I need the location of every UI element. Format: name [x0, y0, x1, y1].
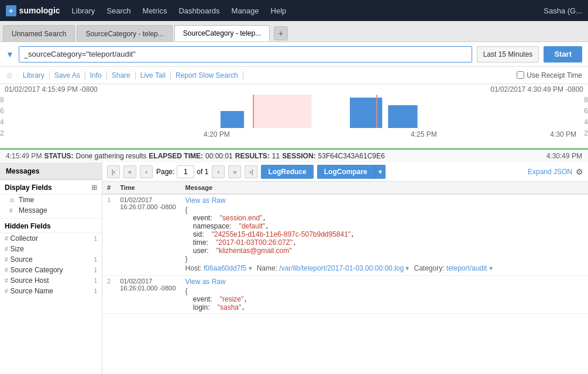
field-message: # Message — [0, 205, 102, 216]
table-row: 2 01/02/201716:26:01.000 -0800 View as R… — [102, 276, 588, 314]
toolbar-live-tail[interactable]: Live Tail — [136, 71, 171, 79]
page-label: Page: — [156, 168, 174, 176]
nav-user: Sasha (G... — [544, 6, 582, 15]
source-category-label: Source Category — [11, 266, 63, 274]
messages-tab[interactable]: Messages — [0, 162, 102, 180]
collector-icon: # — [5, 236, 8, 242]
nav-help[interactable]: Help — [271, 6, 287, 15]
nav-metrics[interactable]: Metrics — [143, 6, 167, 15]
row-2-view-raw[interactable]: View as Raw — [185, 278, 583, 286]
category-link[interactable]: teleport/audit — [446, 264, 487, 272]
chart-x-labels: 4:20 PM 4:25 PM 4:30 PM — [12, 130, 576, 138]
tab-add-button[interactable]: + — [274, 26, 288, 40]
tab-source-category-2[interactable]: SourceCategory - telep... — [174, 25, 270, 41]
col-time: Time — [115, 182, 180, 194]
hidden-field-collector[interactable]: # Collector 1 — [0, 233, 102, 244]
nav-links: Library Search Metrics Dashboards Manage… — [72, 6, 544, 15]
expand-json-link[interactable]: Expand JSON — [528, 168, 572, 176]
page-number-input[interactable] — [177, 165, 194, 178]
nav-next-btn[interactable]: › — [212, 165, 225, 178]
field-time: ⊙ Time — [0, 195, 102, 205]
size-label: Size — [11, 245, 24, 253]
start-button[interactable]: Start — [544, 46, 582, 63]
page-input-wrap: Page: of 1 — [156, 165, 208, 178]
host-label: Host: f06aa60dd7f5 ▾ — [185, 264, 252, 272]
nav-prev-prev-btn[interactable]: « — [123, 165, 136, 178]
toolbar-share[interactable]: Share — [107, 71, 136, 79]
nav-first-btn[interactable]: |‹ — [107, 165, 120, 178]
star-icon[interactable]: ☆ — [6, 71, 13, 80]
chart-area: 01/02/2017 4:15:49 PM -0800 01/02/2017 4… — [0, 84, 588, 148]
tab-unnamed-search[interactable]: Unnamed Search — [3, 25, 75, 41]
source-category-count: 1 — [94, 267, 97, 273]
hidden-fields-header: Hidden Fields — [0, 218, 102, 233]
collector-label: Collector — [11, 234, 38, 243]
collector-count: 1 — [94, 236, 97, 242]
row-2-time: 01/02/201716:26:01.000 -0800 — [115, 276, 180, 314]
col-message: Message — [181, 182, 588, 194]
tab-source-category-1[interactable]: SourceCategory - telep... — [77, 25, 172, 41]
use-receipt-time: Use Receipt Time — [517, 71, 582, 79]
row-1-time: 01/02/201716:26:07.000 -0800 — [115, 194, 180, 276]
row-1-view-raw[interactable]: View as Raw — [185, 196, 583, 205]
results-toolbar: |‹ « ‹ Page: of 1 › » ›| LogReduce LogCo… — [102, 162, 588, 182]
name-label: Name: /var/lib/teleport/2017-01-03.00:00… — [257, 264, 410, 272]
source-category-icon: # — [5, 267, 8, 273]
toolbar-info[interactable]: Info — [85, 71, 107, 79]
use-receipt-time-checkbox[interactable] — [517, 71, 524, 79]
search-input[interactable] — [24, 50, 467, 58]
top-nav: + sumologic Library Search Metrics Dashb… — [0, 0, 588, 21]
toolbar-library[interactable]: Library — [18, 71, 50, 79]
hidden-field-source-category[interactable]: # Source Category 1 — [0, 265, 102, 275]
chart-svg — [12, 95, 576, 128]
nav-last-btn[interactable]: ›| — [245, 165, 257, 178]
svg-rect-0 — [253, 95, 312, 128]
session-label: SESSION: — [282, 152, 315, 160]
elapsed-label: ELAPSED TIME: — [149, 152, 203, 160]
log-compare-group: LogCompare ▾ — [317, 165, 386, 179]
nav-search[interactable]: Search — [106, 6, 130, 15]
svg-rect-4 — [253, 95, 254, 128]
nav-next-next-btn[interactable]: » — [228, 165, 241, 178]
hidden-field-source-host[interactable]: # Source Host 1 — [0, 275, 102, 286]
source-icon: # — [5, 257, 8, 263]
results-label: RESULTS: — [235, 152, 270, 160]
search-input-wrap — [19, 46, 472, 63]
hidden-field-size[interactable]: # Size — [0, 244, 102, 254]
source-host-icon: # — [5, 278, 8, 284]
results-value: 11 — [272, 152, 280, 160]
logo-text: sumologic — [19, 6, 60, 15]
table-header-row: # Time Message — [102, 182, 588, 194]
nav-library[interactable]: Library — [72, 6, 95, 15]
log-compare-dropdown[interactable]: ▾ — [374, 165, 386, 179]
status-start-time: 4:15:49 PM — [6, 152, 42, 160]
messages-table: # Time Message 1 01/02/201716:26:07.000 … — [102, 182, 588, 314]
nav-dashboards[interactable]: Dashboards — [178, 6, 219, 15]
field-message-label: Message — [19, 206, 47, 214]
nav-prev-btn[interactable]: ‹ — [140, 165, 153, 178]
chart-end-time: 01/02/2017 4:30:49 PM -0800 — [490, 85, 583, 94]
toolbar-report-slow-search[interactable]: Report Slow Search — [171, 71, 243, 79]
host-link[interactable]: f06aa60dd7f5 — [204, 264, 246, 272]
tabs-bar: Unnamed Search SourceCategory - telep...… — [0, 21, 588, 42]
table-row: 1 01/02/201716:26:07.000 -0800 View as R… — [102, 194, 588, 276]
log-reduce-button[interactable]: LogReduce — [261, 165, 313, 179]
row-1-meta: Host: f06aa60dd7f5 ▾ Name: /var/lib/tele… — [185, 263, 583, 273]
display-fields-icon[interactable]: ⊞ — [91, 183, 97, 192]
logo: + sumologic — [6, 5, 60, 16]
hidden-field-source[interactable]: # Source 1 — [0, 254, 102, 265]
status-value: Done gathering results — [76, 152, 147, 160]
source-count: 1 — [94, 257, 97, 263]
display-fields-header: Display Fields ⊞ — [0, 180, 102, 195]
toolbar-save-as[interactable]: Save As — [50, 71, 85, 79]
search-expand-icon[interactable]: ▼ — [6, 50, 14, 59]
hidden-field-source-name[interactable]: # Source Name 1 — [0, 286, 102, 296]
name-link[interactable]: /var/lib/teleport/2017-01-03.00:00:00.lo… — [279, 264, 404, 272]
gear-icon-button[interactable]: ⚙ — [576, 167, 583, 176]
time-range-selector[interactable]: Last 15 Minutes — [477, 46, 539, 63]
search-bar: ▼ Last 15 Minutes Start — [0, 42, 588, 67]
source-label: Source — [11, 255, 33, 264]
size-icon: # — [5, 246, 8, 252]
nav-manage[interactable]: Manage — [232, 6, 259, 15]
log-compare-button[interactable]: LogCompare — [317, 165, 374, 179]
